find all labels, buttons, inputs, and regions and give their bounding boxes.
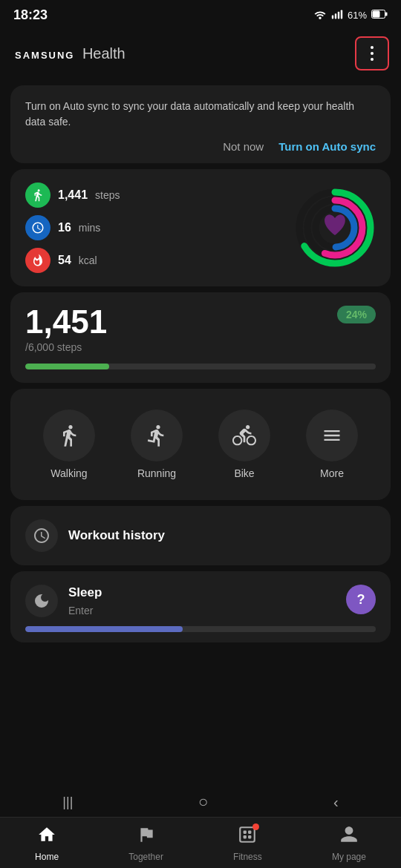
menu-button[interactable] <box>355 36 389 70</box>
battery-label: 61% <box>348 10 367 21</box>
more-icon <box>306 410 358 461</box>
bike-item[interactable]: Bike <box>218 410 270 479</box>
wifi-icon <box>313 9 327 22</box>
sleep-card[interactable]: Sleep Enter ? <box>10 571 391 642</box>
minutes-unit: mins <box>79 222 101 234</box>
running-icon <box>131 410 183 461</box>
svg-rect-0 <box>332 16 333 19</box>
nav-home[interactable]: Home <box>35 825 59 862</box>
steps-main: 1,451 /6,000 steps 24% <box>25 306 376 353</box>
activity-types-card: Walking Running Bike Mo <box>10 389 391 500</box>
nav-mypage-label: My page <box>332 852 366 862</box>
minutes-row: 16 mins <box>25 215 120 240</box>
nav-fitness[interactable]: Fitness <box>233 825 262 862</box>
fitness-icon <box>238 825 257 849</box>
mypage-icon <box>339 825 359 849</box>
steps-value: 1,441 <box>58 188 88 202</box>
gesture-back[interactable]: ‹ <box>333 794 339 811</box>
steps-progress-fill <box>25 364 109 369</box>
menu-dot-1 <box>371 46 374 49</box>
gesture-home[interactable]: ○ <box>198 792 208 812</box>
more-item[interactable]: More <box>306 410 358 479</box>
svg-rect-13 <box>241 827 255 842</box>
minutes-value: 16 <box>58 221 71 234</box>
walking-item[interactable]: Walking <box>43 410 95 479</box>
menu-dot-2 <box>371 52 374 55</box>
kcal-icon <box>25 248 50 273</box>
not-now-button[interactable]: Not now <box>223 140 264 153</box>
status-time: 18:23 <box>13 7 48 23</box>
gesture-bar: ||| ○ ‹ <box>0 786 401 815</box>
svg-rect-1 <box>335 13 336 19</box>
workout-history-card[interactable]: Workout history <box>10 506 391 565</box>
svg-rect-3 <box>341 10 342 19</box>
svg-rect-17 <box>248 835 251 838</box>
steps-percent-badge: 24% <box>337 306 376 323</box>
workout-icon <box>25 519 58 552</box>
app-logo: SAMSUNG Health <box>15 45 125 62</box>
more-label: More <box>320 467 344 479</box>
battery-icon <box>371 10 388 21</box>
turn-on-auto-sync-button[interactable]: Turn on Auto sync <box>278 140 376 153</box>
sleep-enter-label: Enter <box>68 605 102 617</box>
sleep-header: Sleep Enter ? <box>25 585 376 617</box>
workout-history: Workout history <box>25 519 376 552</box>
steps-unit: steps <box>95 189 120 201</box>
kcal-row: 54 kcal <box>25 248 120 273</box>
kcal-unit: kcal <box>79 254 97 266</box>
sleep-left: Sleep Enter <box>25 585 102 617</box>
steps-card[interactable]: 1,451 /6,000 steps 24% <box>10 292 391 383</box>
walking-label: Walking <box>50 467 87 479</box>
workout-history-title: Workout history <box>68 528 165 543</box>
nav-together[interactable]: Together <box>128 825 163 862</box>
sleep-info: Sleep Enter <box>68 585 102 617</box>
signal-icon <box>331 9 343 22</box>
nav-fitness-label: Fitness <box>233 852 262 862</box>
home-icon <box>37 825 56 849</box>
svg-rect-2 <box>338 12 339 19</box>
sleep-title: Sleep <box>68 585 102 600</box>
nav-mypage[interactable]: My page <box>332 825 366 862</box>
menu-dot-3 <box>371 58 374 61</box>
sync-banner: Turn on Auto sync to sync your data auto… <box>10 85 391 163</box>
bike-icon <box>218 410 270 461</box>
heart-ring-chart <box>294 187 376 269</box>
activity-types-grid: Walking Running Bike Mo <box>25 402 376 487</box>
bottom-nav: Home Together Fitness My pag <box>0 817 401 868</box>
fitness-notification-dot <box>252 823 259 830</box>
walking-icon <box>43 410 95 461</box>
steps-icon <box>25 183 50 208</box>
steps-row: 1,441 steps <box>25 183 120 208</box>
sleep-icon <box>25 585 58 617</box>
status-icons: 61% <box>313 9 388 22</box>
minutes-icon <box>25 215 50 240</box>
steps-progress-bar <box>25 364 376 369</box>
kcal-value: 54 <box>58 254 71 267</box>
steps-count: 1,451 <box>25 306 107 338</box>
sleep-bar-fill <box>25 626 183 632</box>
steps-goal: /6,000 steps <box>25 341 107 353</box>
steps-info: 1,451 /6,000 steps <box>25 306 107 353</box>
svg-rect-5 <box>385 13 388 16</box>
sync-actions: Not now Turn on Auto sync <box>25 140 376 153</box>
nav-home-label: Home <box>35 852 59 862</box>
activity-stats: 1,441 steps 16 mins 54 kcal <box>25 183 120 273</box>
together-icon <box>137 825 156 849</box>
running-item[interactable]: Running <box>131 410 183 479</box>
nav-together-label: Together <box>128 852 163 862</box>
sync-message: Turn on Auto sync to sync your data auto… <box>25 99 376 130</box>
sleep-help-button[interactable]: ? <box>346 585 376 614</box>
bike-label: Bike <box>234 467 254 479</box>
running-label: Running <box>137 467 176 479</box>
sleep-progress-bar <box>25 626 376 632</box>
svg-rect-15 <box>248 831 251 834</box>
svg-rect-14 <box>244 831 247 834</box>
app-header: SAMSUNG Health <box>0 27 401 79</box>
svg-rect-16 <box>244 835 247 838</box>
gesture-recent[interactable]: ||| <box>62 795 73 810</box>
activity-summary-card: 1,441 steps 16 mins 54 kcal <box>10 169 391 286</box>
svg-rect-6 <box>373 11 380 18</box>
status-bar: 18:23 61% <box>0 0 401 27</box>
